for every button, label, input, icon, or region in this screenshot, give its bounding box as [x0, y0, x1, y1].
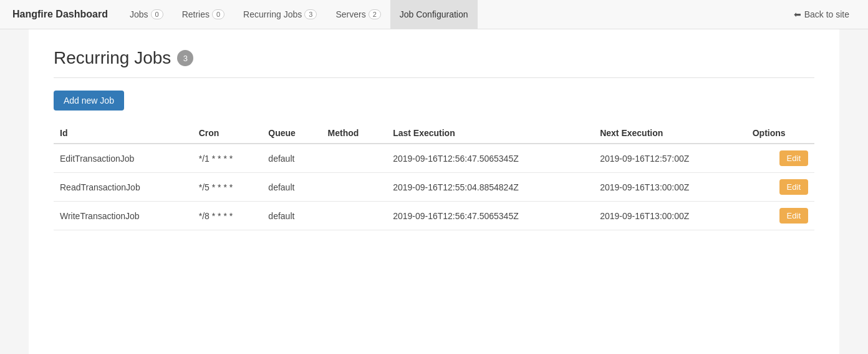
nav-item-recurring-jobs[interactable]: Recurring Jobs3: [234, 0, 326, 29]
nav-badge-retries: 0: [212, 9, 224, 19]
table-header: IdCronQueueMethodLast ExecutionNext Exec…: [54, 123, 814, 144]
cell-queue: default: [262, 202, 321, 230]
nav-badge-servers: 2: [369, 9, 381, 19]
col-header-method: Method: [322, 123, 387, 144]
table-row: EditTransactionJob*/1 * * * *default2019…: [54, 144, 814, 173]
table-row: ReadTransactionJob*/5 * * * *default2019…: [54, 173, 814, 202]
nav-item-jobs[interactable]: Jobs0: [120, 0, 173, 29]
add-new-job-button[interactable]: Add new Job: [54, 91, 124, 111]
col-header-id: Id: [54, 123, 193, 144]
main-content: Recurring Jobs 3 Add new Job IdCronQueue…: [29, 29, 839, 354]
cell-queue: default: [262, 173, 321, 202]
col-header-next-execution: Next Execution: [594, 123, 746, 144]
col-header-last-execution: Last Execution: [387, 123, 594, 144]
cell-last-execution: 2019-09-16T12:56:47.5065345Z: [387, 144, 594, 173]
cell-method: [322, 202, 387, 230]
cell-id: WriteTransactionJob: [54, 202, 193, 230]
back-to-site-label: Back to site: [804, 9, 849, 19]
page-title: Recurring Jobs: [54, 48, 171, 68]
cell-cron: */8 * * * *: [193, 202, 263, 230]
nav-badge-jobs: 0: [151, 9, 163, 19]
edit-button-0[interactable]: Edit: [779, 150, 808, 166]
edit-button-1[interactable]: Edit: [779, 179, 808, 195]
navbar: Hangfire Dashboard Jobs0Retries0Recurrin…: [0, 0, 868, 29]
cell-cron: */5 * * * *: [193, 173, 263, 202]
cell-options: Edit: [746, 202, 814, 230]
col-header-cron: Cron: [193, 123, 263, 144]
cell-next-execution: 2019-09-16T12:57:00Z: [594, 144, 746, 173]
cell-queue: default: [262, 144, 321, 173]
cell-method: [322, 173, 387, 202]
cell-id: ReadTransactionJob: [54, 173, 193, 202]
nav-item-servers[interactable]: Servers2: [326, 0, 390, 29]
brand[interactable]: Hangfire Dashboard: [12, 9, 108, 20]
nav-item-job-configuration[interactable]: Job Configuration: [390, 0, 478, 29]
col-header-queue: Queue: [262, 123, 321, 144]
cell-last-execution: 2019-09-16T12:56:47.5065345Z: [387, 202, 594, 230]
col-header-options: Options: [746, 123, 814, 144]
table-row: WriteTransactionJob*/8 * * * *default201…: [54, 202, 814, 230]
cell-next-execution: 2019-09-16T13:00:00Z: [594, 173, 746, 202]
nav-item-retries[interactable]: Retries0: [173, 0, 234, 29]
cell-cron: */1 * * * *: [193, 144, 263, 173]
cell-last-execution: 2019-09-16T12:55:04.8854824Z: [387, 173, 594, 202]
page-count-badge: 3: [177, 50, 193, 66]
cell-id: EditTransactionJob: [54, 144, 193, 173]
edit-button-2[interactable]: Edit: [779, 208, 808, 224]
cell-options: Edit: [746, 173, 814, 202]
table-header-row: IdCronQueueMethodLast ExecutionNext Exec…: [54, 123, 814, 144]
back-arrow-icon: ⬅: [794, 9, 801, 19]
cell-next-execution: 2019-09-16T13:00:00Z: [594, 202, 746, 230]
cell-method: [322, 144, 387, 173]
page-header: Recurring Jobs 3: [54, 48, 814, 78]
back-to-site-button[interactable]: ⬅ Back to site: [788, 9, 856, 19]
jobs-table: IdCronQueueMethodLast ExecutionNext Exec…: [54, 123, 814, 230]
nav-badge-recurring-jobs: 3: [304, 9, 317, 19]
cell-options: Edit: [746, 144, 814, 173]
table-body: EditTransactionJob*/1 * * * *default2019…: [54, 144, 814, 230]
nav-items: Jobs0Retries0Recurring Jobs3Servers2Job …: [120, 0, 788, 29]
